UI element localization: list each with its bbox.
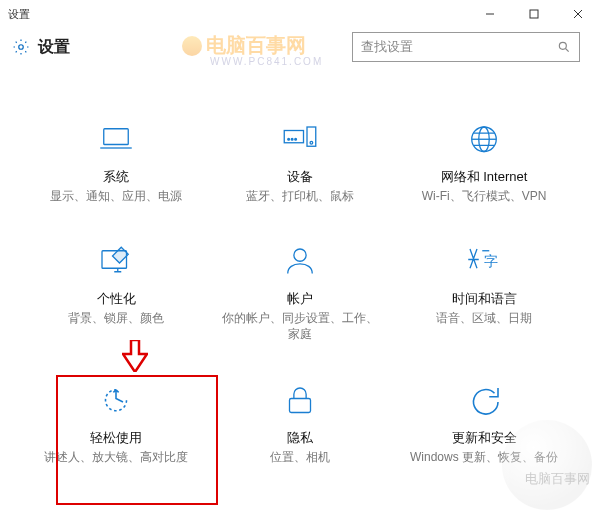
svg-point-11 (295, 138, 297, 140)
tile-desc: 背景、锁屏、颜色 (68, 310, 164, 326)
svg-point-18 (294, 249, 306, 261)
time-language-icon: 字 (463, 242, 505, 284)
tile-title: 时间和语言 (452, 290, 517, 308)
page-title: 设置 (38, 37, 70, 58)
tile-personalization[interactable]: 个性化 背景、锁屏、颜色 (30, 232, 202, 352)
svg-rect-7 (104, 129, 129, 145)
globe-icon (463, 120, 505, 162)
svg-point-4 (19, 45, 24, 50)
tile-desc: Windows 更新、恢复、备份 (410, 449, 558, 465)
tile-title: 系统 (103, 168, 129, 186)
search-input[interactable]: 查找设置 (352, 32, 580, 62)
gear-icon (12, 38, 30, 56)
tile-title: 网络和 Internet (441, 168, 528, 186)
lock-icon (279, 381, 321, 423)
tile-devices[interactable]: 设备 蓝牙、打印机、鼠标 (214, 110, 386, 214)
tile-desc: 位置、相机 (270, 449, 330, 465)
tile-title: 个性化 (97, 290, 136, 308)
update-icon (463, 381, 505, 423)
minimize-button[interactable] (468, 0, 512, 28)
person-icon (279, 242, 321, 284)
annotation-highlight-box (56, 375, 218, 505)
tile-time-language[interactable]: 字 时间和语言 语音、区域、日期 (398, 232, 570, 352)
svg-point-13 (310, 141, 313, 144)
titlebar: 设置 (0, 0, 600, 28)
window-controls (468, 0, 600, 28)
search-icon (557, 40, 571, 54)
annotation-arrow-icon (122, 340, 148, 372)
tile-desc: 蓝牙、打印机、鼠标 (246, 188, 354, 204)
tile-desc: 语音、区域、日期 (436, 310, 532, 326)
tile-desc: 你的帐户、同步设置、工作、家庭 (218, 310, 382, 342)
svg-rect-8 (284, 131, 303, 143)
tile-privacy[interactable]: 隐私 位置、相机 (214, 371, 386, 475)
tile-desc: Wi-Fi、飞行模式、VPN (422, 188, 547, 204)
tile-network[interactable]: 网络和 Internet Wi-Fi、飞行模式、VPN (398, 110, 570, 214)
svg-line-6 (566, 49, 569, 52)
maximize-button[interactable] (512, 0, 556, 28)
tile-title: 隐私 (287, 429, 313, 447)
laptop-icon (95, 120, 137, 162)
tile-title: 设备 (287, 168, 313, 186)
svg-text:字: 字 (484, 253, 498, 269)
svg-point-10 (291, 138, 293, 140)
svg-rect-20 (290, 398, 311, 412)
search-placeholder: 查找设置 (361, 38, 557, 56)
tile-desc: 显示、通知、应用、电源 (50, 188, 182, 204)
window-title: 设置 (8, 7, 30, 22)
tile-title: 更新和安全 (452, 429, 517, 447)
header: 设置 查找设置 (0, 28, 600, 70)
personalize-icon (95, 242, 137, 284)
tile-title: 帐户 (287, 290, 313, 308)
svg-point-5 (559, 42, 566, 49)
svg-rect-12 (307, 127, 316, 146)
svg-point-9 (288, 138, 290, 140)
svg-rect-1 (530, 10, 538, 18)
tile-accounts[interactable]: 帐户 你的帐户、同步设置、工作、家庭 (214, 232, 386, 352)
devices-icon (279, 120, 321, 162)
tile-update-security[interactable]: 更新和安全 Windows 更新、恢复、备份 (398, 371, 570, 475)
close-button[interactable] (556, 0, 600, 28)
tile-system[interactable]: 系统 显示、通知、应用、电源 (30, 110, 202, 214)
